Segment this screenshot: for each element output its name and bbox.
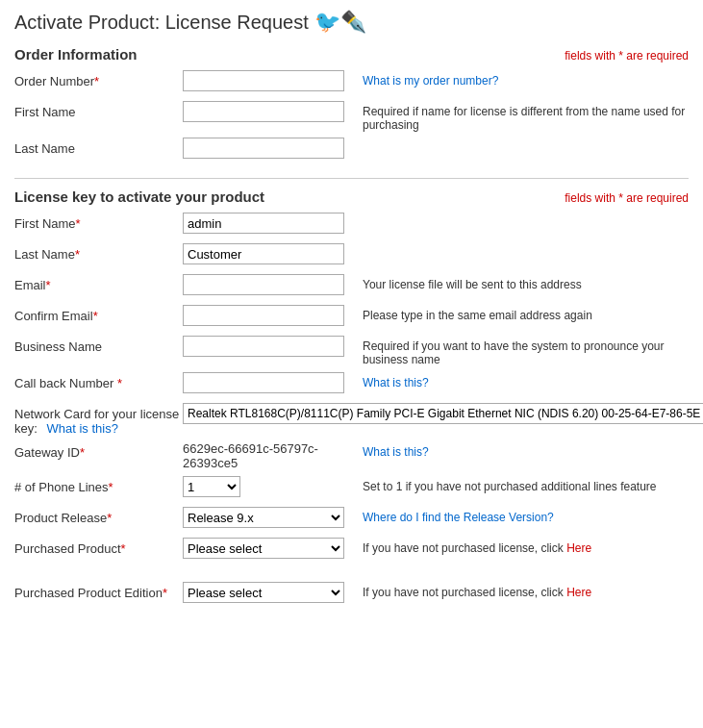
email-hint: Your license file will be sent to this a… bbox=[363, 274, 689, 291]
license-first-name-input[interactable] bbox=[183, 213, 344, 234]
purchased-product-select[interactable]: Please select Option 1 Option 2 bbox=[183, 538, 344, 559]
order-last-name-input-area bbox=[183, 138, 351, 159]
order-last-name-input[interactable] bbox=[183, 138, 344, 159]
phone-lines-select[interactable]: 1 2 3 4 5 bbox=[183, 476, 240, 497]
phone-lines-hint: Set to 1 if you have not purchased addit… bbox=[363, 476, 689, 493]
gateway-id-row: Gateway ID* 6629ec-66691c-56797c-26393ce… bbox=[14, 441, 689, 470]
confirm-email-hint: Please type in the same email address ag… bbox=[363, 305, 689, 322]
callback-help-link[interactable]: What is this? bbox=[363, 376, 429, 389]
license-section-title: License key to activate your product bbox=[14, 188, 264, 205]
page-title: Activate Product: License Request 🐦✒️ bbox=[14, 10, 689, 35]
order-number-input[interactable] bbox=[183, 70, 344, 91]
release-version-link[interactable]: Where do I find the Release Version? bbox=[363, 511, 554, 524]
purchased-product-link[interactable]: Here bbox=[566, 541, 591, 555]
license-required-note: fields with * are required bbox=[565, 191, 689, 205]
license-last-name-row: Last Name* bbox=[14, 243, 689, 268]
product-release-select[interactable]: Release 9.x Release 8.x Release 7.x bbox=[183, 507, 344, 528]
product-release-row: Product Release* Release 9.x Release 8.x… bbox=[14, 507, 689, 532]
order-section-title: Order Information bbox=[14, 46, 138, 63]
nic-row: Network Card for your license key: What … bbox=[14, 403, 689, 436]
order-information-section: Order Information fields with * are requ… bbox=[14, 46, 689, 163]
order-number-help-link[interactable]: What is my order number? bbox=[363, 74, 498, 88]
business-name-input[interactable] bbox=[183, 336, 344, 357]
order-first-name-input[interactable] bbox=[183, 101, 344, 122]
license-last-name-input[interactable] bbox=[183, 243, 344, 264]
order-number-label: Order Number* bbox=[14, 70, 183, 88]
phone-lines-row: # of Phone Lines* 1 2 3 4 5 Set to 1 if … bbox=[14, 476, 689, 501]
nic-select[interactable]: Realtek RTL8168C(P)/8111C(P) Family PCI-… bbox=[183, 403, 703, 424]
gateway-help-link[interactable]: What is this? bbox=[363, 445, 429, 459]
callback-input[interactable] bbox=[183, 372, 344, 393]
order-number-input-area bbox=[183, 70, 351, 91]
callback-row: Call back Number * What is this? bbox=[14, 372, 689, 397]
business-name-row: Business Name Required if you want to ha… bbox=[14, 336, 689, 366]
bird-icon: 🐦✒️ bbox=[314, 10, 366, 35]
confirm-email-row: Confirm Email* Please type in the same e… bbox=[14, 305, 689, 330]
order-name-hint: Required if name for license is differen… bbox=[363, 101, 689, 132]
purchased-edition-select[interactable]: Please select Option 1 Option 2 bbox=[183, 582, 344, 603]
order-first-name-input-area bbox=[183, 101, 351, 122]
purchased-edition-row: Purchased Product Edition* Please select… bbox=[14, 582, 689, 607]
business-name-label: Business Name bbox=[14, 336, 183, 354]
order-last-name-row: Last Name bbox=[14, 138, 689, 163]
gateway-id-value: 6629ec-66691c-56797c-26393ce5 bbox=[183, 438, 318, 470]
order-required-note: fields with * are required bbox=[565, 49, 689, 63]
business-name-hint: Required if you want to have the system … bbox=[363, 336, 689, 366]
license-section: License key to activate your product fie… bbox=[14, 188, 689, 607]
order-last-name-label: Last Name bbox=[14, 138, 183, 156]
order-first-name-row: First Name Required if name for license … bbox=[14, 101, 689, 132]
nic-help-link[interactable]: What is this? bbox=[46, 421, 117, 436]
purchased-product-row: Purchased Product* Please select Option … bbox=[14, 538, 689, 563]
order-number-row: Order Number* What is my order number? bbox=[14, 70, 689, 95]
license-first-name-row: First Name* bbox=[14, 213, 689, 238]
email-row: Email* Your license file will be sent to… bbox=[14, 274, 689, 299]
order-first-name-label: First Name bbox=[14, 101, 183, 119]
confirm-email-input[interactable] bbox=[183, 305, 344, 326]
section-divider bbox=[14, 178, 689, 179]
purchased-edition-link[interactable]: Here bbox=[566, 586, 591, 599]
email-input[interactable] bbox=[183, 274, 344, 295]
